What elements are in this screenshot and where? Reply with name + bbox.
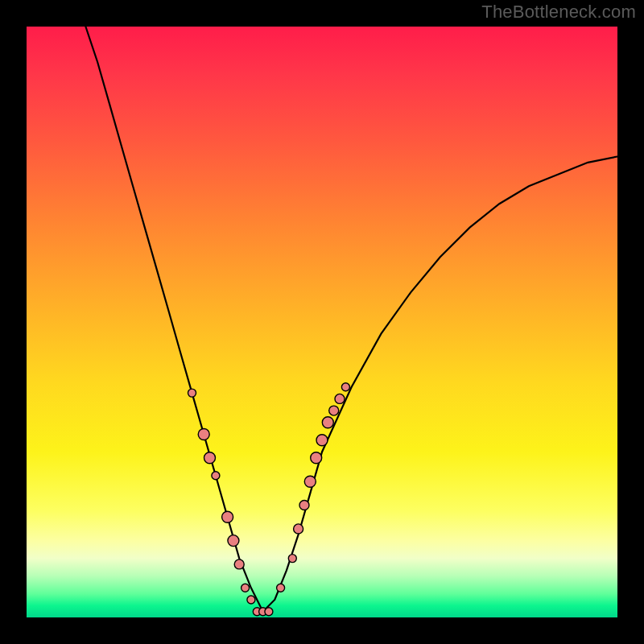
data-marker [247, 596, 255, 604]
data-marker [277, 584, 285, 592]
bottleneck-curve [85, 27, 617, 612]
data-marker [335, 394, 345, 403]
data-marker [212, 472, 220, 480]
data-marker [294, 524, 303, 534]
data-marker [304, 476, 316, 487]
marker-group [188, 383, 350, 616]
plot-area [27, 27, 617, 617]
data-marker [311, 452, 322, 464]
data-marker [198, 429, 209, 440]
data-marker [322, 417, 333, 428]
chart-frame: TheBottleneck.com [0, 0, 644, 644]
curve-group [85, 27, 617, 612]
watermark-text: TheBottleneck.com [481, 2, 636, 23]
data-marker [299, 501, 309, 510]
data-marker [265, 608, 273, 616]
data-marker [204, 452, 216, 464]
data-marker [188, 389, 196, 397]
data-marker [242, 584, 250, 592]
data-marker [234, 559, 244, 569]
data-marker [288, 555, 296, 563]
data-marker [316, 435, 328, 446]
data-marker [341, 383, 349, 391]
chart-svg [27, 27, 617, 617]
data-marker [222, 511, 233, 522]
data-marker [329, 406, 339, 415]
data-marker [228, 535, 239, 547]
